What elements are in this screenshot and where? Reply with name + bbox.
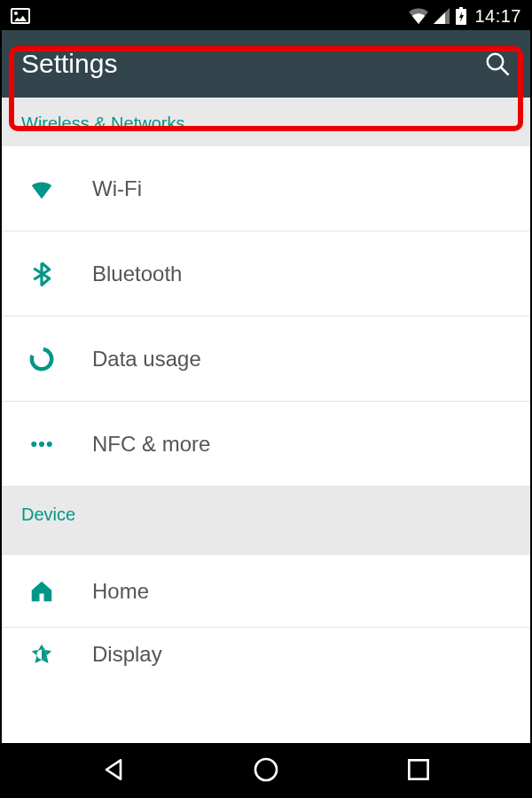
svg-rect-10: [409, 760, 427, 778]
svg-point-6: [39, 442, 44, 447]
section-header-wireless: Wireless & Networks: [2, 98, 530, 146]
row-label: Home: [92, 579, 149, 604]
picture-icon: [11, 8, 30, 24]
row-label: Display: [92, 642, 162, 667]
svg-point-5: [31, 442, 36, 447]
display-icon: [28, 641, 82, 668]
back-button[interactable]: [96, 752, 131, 787]
settings-content: Wireless & Networks Wi-Fi Bluetooth Data…: [2, 98, 530, 743]
data-usage-icon: [28, 346, 82, 372]
status-bar: 14:17: [2, 2, 530, 30]
status-clock: 14:17: [474, 6, 521, 27]
row-label: NFC & more: [92, 432, 210, 457]
app-header: Settings: [2, 30, 530, 98]
section-header-device: Device: [2, 487, 530, 555]
home-nav-icon: [252, 755, 280, 784]
svg-line-3: [501, 67, 509, 75]
row-label: Wi-Fi: [92, 176, 142, 201]
signal-status-icon: [434, 8, 450, 24]
battery-charging-icon: [455, 7, 467, 25]
svg-point-7: [47, 442, 52, 447]
recent-apps-button[interactable]: [401, 752, 436, 787]
svg-point-9: [255, 759, 277, 780]
search-button[interactable]: [484, 51, 511, 77]
back-icon: [99, 755, 128, 784]
bluetooth-icon: [28, 261, 82, 287]
row-label: Data usage: [92, 347, 201, 372]
search-icon: [484, 51, 511, 77]
settings-row-bluetooth[interactable]: Bluetooth: [2, 231, 530, 317]
settings-row-nfc-more[interactable]: NFC & more: [2, 402, 530, 487]
settings-row-data-usage[interactable]: Data usage: [2, 317, 530, 402]
row-label: Bluetooth: [92, 262, 182, 286]
navigation-bar: [2, 743, 530, 796]
page-title: Settings: [21, 49, 117, 79]
home-button[interactable]: [248, 752, 284, 787]
settings-row-wifi[interactable]: Wi-Fi: [2, 146, 530, 231]
settings-row-display[interactable]: Display: [2, 628, 530, 681]
svg-rect-1: [459, 7, 463, 10]
wifi-status-icon: [409, 8, 428, 24]
recent-icon: [404, 755, 433, 784]
wifi-icon: [28, 176, 82, 202]
more-icon: [28, 431, 82, 458]
svg-point-2: [488, 54, 504, 70]
home-icon: [28, 578, 82, 605]
settings-row-home[interactable]: Home: [2, 555, 530, 628]
svg-point-4: [30, 347, 53, 370]
